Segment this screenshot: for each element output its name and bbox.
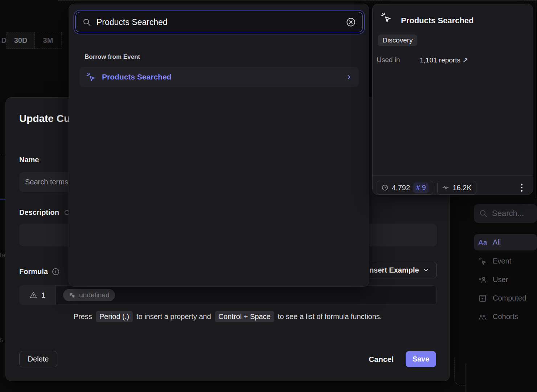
cohorts-icon <box>478 313 487 321</box>
volume-pill[interactable]: 16.2K <box>437 181 476 195</box>
kebab-icon <box>521 184 523 185</box>
formula-editor[interactable]: undefined <box>56 285 437 305</box>
info-icon[interactable] <box>52 268 60 276</box>
formula-label: Formula <box>19 268 60 276</box>
sidebar-item-label: Computed <box>493 294 526 302</box>
event-detail-card: Products Searched Discovery Used in 1,10… <box>372 4 533 195</box>
axis-label-fragment: 5 <box>0 337 3 344</box>
formula-hint: Press Period (.) to insert a property an… <box>6 311 450 322</box>
text-format-icon: Aa <box>478 238 487 246</box>
sidebar-item-label: All <box>493 238 501 246</box>
sidebar-search-input[interactable] <box>492 209 528 218</box>
error-count-value: 1 <box>41 291 46 299</box>
save-button[interactable]: Save <box>406 351 436 367</box>
insert-example-button[interactable]: Insert Example <box>360 262 437 278</box>
time-range-selector: D 30D 3M <box>0 32 62 49</box>
category-badge: Discovery <box>378 34 417 46</box>
sidebar-item-label: Event <box>493 257 511 265</box>
card-stats-row: 4,792 # 9 16.2K <box>377 180 525 195</box>
search-icon <box>479 209 488 218</box>
used-in-label: Used in <box>377 56 420 64</box>
event-icon <box>478 257 487 266</box>
background-panel-corner <box>454 358 465 385</box>
search-result-products-searched[interactable]: Products Searched <box>79 67 359 87</box>
background-divider <box>58 0 537 1</box>
delete-button[interactable]: Delete <box>19 351 57 367</box>
total-count-value: 4,792 <box>392 184 410 192</box>
pie-chart-icon <box>381 184 389 191</box>
formula-error-count: 1 <box>19 285 56 305</box>
kbd-control-space: Control + Space <box>215 311 274 322</box>
cancel-button[interactable]: Cancel <box>369 355 394 364</box>
used-in-reports-link[interactable]: 1,101 reports ↗ <box>420 56 468 64</box>
background-divider <box>536 0 536 198</box>
sidebar-item-user[interactable]: User <box>474 271 537 288</box>
card-divider <box>373 175 533 176</box>
chevron-right-icon <box>345 74 352 81</box>
sidebar-item-label: Cohorts <box>493 313 518 321</box>
more-options-button[interactable] <box>519 181 525 194</box>
volume-value: 16.2K <box>452 184 471 192</box>
sidebar-item-label: User <box>493 275 508 284</box>
background-divider <box>465 364 466 392</box>
property-search-input[interactable] <box>97 17 340 27</box>
warning-icon <box>29 291 37 299</box>
rank-badge: # 9 <box>413 183 429 193</box>
dialog-footer: Delete Cancel Save <box>19 351 436 367</box>
event-icon <box>86 72 96 82</box>
chart-gridline <box>0 154 5 154</box>
time-range-30d[interactable]: 30D <box>7 32 35 49</box>
user-icon <box>478 275 487 284</box>
search-icon <box>82 18 91 26</box>
formula-token-chip: undefined <box>63 289 115 301</box>
event-title: Products Searched <box>401 16 474 25</box>
time-range-partial[interactable]: D <box>0 32 7 49</box>
clear-search-button[interactable] <box>346 17 356 27</box>
event-icon <box>381 12 392 23</box>
property-search-panel: Borrow from Event Products Searched <box>69 4 369 287</box>
used-in-row: Used in 1,101 reports ↗ <box>377 56 468 64</box>
chart-line-fragment <box>0 199 5 200</box>
kbd-period: Period (.) <box>96 311 133 322</box>
result-label: Products Searched <box>102 73 171 81</box>
sidebar-search[interactable] <box>474 204 537 223</box>
close-circle-icon <box>346 17 356 27</box>
time-range-3m[interactable]: 3M <box>35 32 62 49</box>
sidebar-item-computed[interactable]: Computed <box>474 290 537 306</box>
property-search-box <box>75 12 363 32</box>
sidebar-item-event[interactable]: Event <box>474 253 537 269</box>
property-icon <box>69 292 76 299</box>
chevron-down-icon <box>423 267 429 273</box>
total-count-pill[interactable]: 4,792 # 9 <box>377 181 433 195</box>
chart-gridline <box>0 250 5 250</box>
name-label: Name <box>19 156 39 164</box>
computed-icon <box>478 294 487 303</box>
activity-icon <box>442 184 449 191</box>
sidebar-item-cohorts[interactable]: Cohorts <box>474 309 537 325</box>
property-type-sidebar: Aa All Event User Computed Cohorts <box>472 200 537 392</box>
section-label: Borrow from Event <box>85 53 140 61</box>
sidebar-item-all[interactable]: Aa All <box>474 234 537 250</box>
